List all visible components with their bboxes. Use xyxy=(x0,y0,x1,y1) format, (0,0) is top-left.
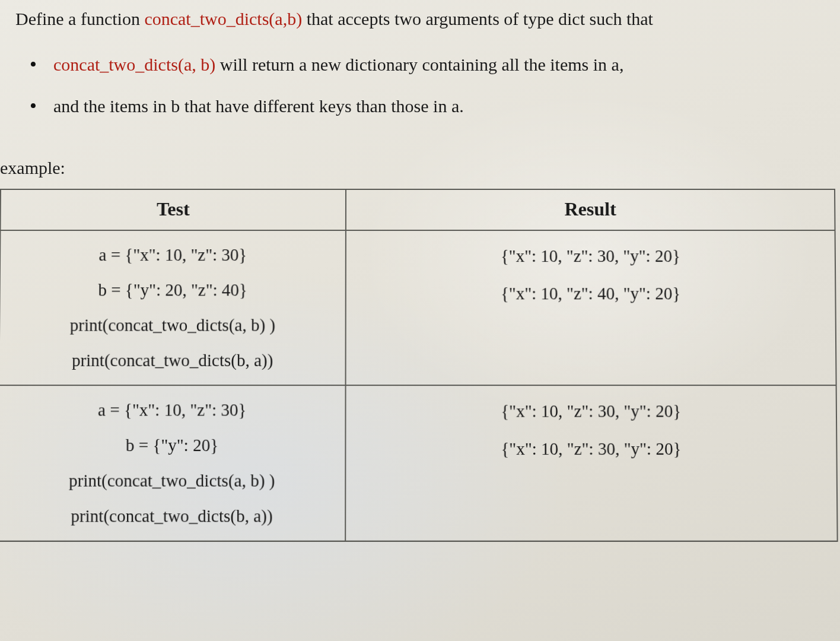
column-header-result: Result xyxy=(346,189,835,230)
test-cell: a = {"x": 10, "z": 30} b = {"y": 20, "z"… xyxy=(0,230,346,385)
intro-suffix: that accepts two arguments of type dict … xyxy=(302,9,653,28)
result-line: {"x": 10, "z": 40, "y": 20} xyxy=(352,284,829,303)
list-item: and the items in b that have different k… xyxy=(53,96,836,116)
code-line: b = {"y": 20, "z": 40} xyxy=(7,281,339,299)
example-label: example: xyxy=(0,158,836,178)
code-line: b = {"y": 20} xyxy=(5,436,339,453)
code-line: a = {"x": 10, "z": 30} xyxy=(5,401,339,418)
result-line: {"x": 10, "z": 30, "y": 20} xyxy=(352,246,829,266)
bullet2-suffix: that have different keys than those in a… xyxy=(180,96,463,116)
bullet2-prefix: and the items in xyxy=(53,96,171,116)
code-line: print(concat_two_dicts(b, a)) xyxy=(5,507,339,525)
code-line: print(concat_two_dicts(a, b) ) xyxy=(5,472,339,489)
table-wrap: Test Result a = {"x": 10, "z": 30} b = {… xyxy=(0,189,839,542)
list-item: concat_two_dicts(a, b) will return a new… xyxy=(53,55,836,75)
result-block: {"x": 10, "z": 30, "y": 20} {"x": 10, "z… xyxy=(352,246,829,303)
document-page: Define a function concat_two_dicts(a,b) … xyxy=(0,0,840,540)
bullet-list: concat_two_dicts(a, b) will return a new… xyxy=(0,55,836,116)
code-line: print(concat_two_dicts(a, b) ) xyxy=(6,316,339,334)
table-header-row: Test Result xyxy=(0,189,835,230)
intro-paragraph: Define a function concat_two_dicts(a,b) … xyxy=(0,6,836,32)
table-row: a = {"x": 10, "z": 30} b = {"y": 20} pri… xyxy=(0,385,838,541)
test-block: a = {"x": 10, "z": 30} b = {"y": 20, "z"… xyxy=(6,246,339,369)
table-row: a = {"x": 10, "z": 30} b = {"y": 20, "z"… xyxy=(0,230,836,385)
tests-table: Test Result a = {"x": 10, "z": 30} b = {… xyxy=(0,189,838,542)
test-cell: a = {"x": 10, "z": 30} b = {"y": 20} pri… xyxy=(0,385,346,541)
code-line: a = {"x": 10, "z": 30} xyxy=(7,246,339,264)
bullet-function-name: concat_two_dicts(a, b) xyxy=(53,55,215,74)
result-line: {"x": 10, "z": 30, "y": 20} xyxy=(352,439,830,458)
result-block: {"x": 10, "z": 30, "y": 20} {"x": 10, "z… xyxy=(352,401,830,459)
test-block: a = {"x": 10, "z": 30} b = {"y": 20} pri… xyxy=(5,401,339,525)
bullet2-mid: b xyxy=(171,96,180,116)
intro-prefix: Define a function xyxy=(15,9,144,28)
intro-function-name: concat_two_dicts(a,b) xyxy=(144,9,302,28)
column-header-test: Test xyxy=(0,189,346,230)
result-line: {"x": 10, "z": 30, "y": 20} xyxy=(352,401,830,421)
result-cell: {"x": 10, "z": 30, "y": 20} {"x": 10, "z… xyxy=(345,385,837,541)
bullet-rest: will return a new dictionary containing … xyxy=(215,55,623,74)
code-line: print(concat_two_dicts(b, a)) xyxy=(6,351,339,369)
result-cell: {"x": 10, "z": 30, "y": 20} {"x": 10, "z… xyxy=(346,230,836,385)
